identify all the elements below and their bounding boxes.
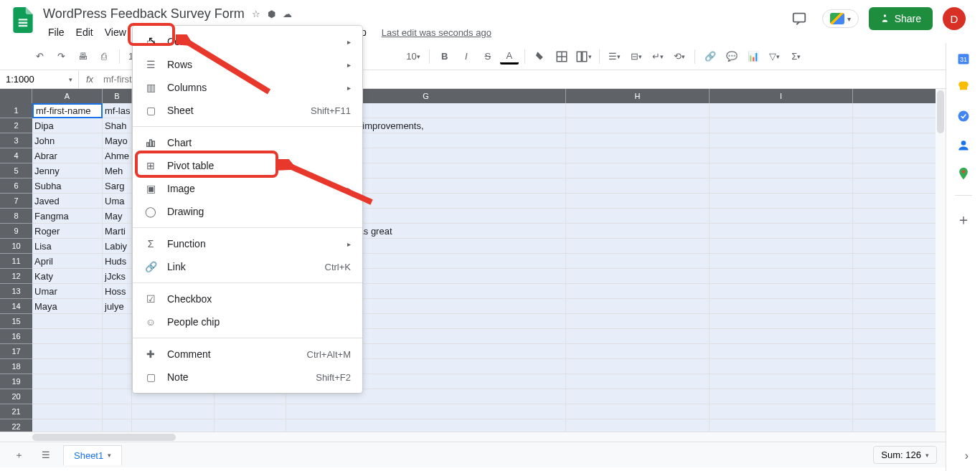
- undo-button[interactable]: ↶: [30, 47, 49, 66]
- keep-icon[interactable]: [956, 80, 971, 95]
- cell-r19-c1[interactable]: [103, 374, 132, 389]
- row-header-5[interactable]: 5: [0, 163, 32, 179]
- cell-r2-c0[interactable]: Dipa: [32, 118, 103, 133]
- cell-r10-c1[interactable]: Labiy: [103, 239, 132, 254]
- paint-format-button[interactable]: ⎙: [95, 47, 113, 66]
- menu-people-chip[interactable]: ☺People chip: [133, 310, 362, 333]
- font-size[interactable]: 10 ▾: [403, 47, 423, 66]
- row-header-3[interactable]: 3: [0, 133, 32, 148]
- row-header-15[interactable]: 15: [0, 314, 32, 329]
- row-header-21[interactable]: 21: [0, 404, 32, 419]
- cell-r4-c6[interactable]: [710, 148, 853, 163]
- cell-r9-c5[interactable]: [566, 224, 710, 239]
- cell-r19-c6[interactable]: [710, 374, 853, 389]
- cloud-icon[interactable]: ☁: [283, 9, 292, 19]
- move-icon[interactable]: ⬢: [268, 9, 275, 19]
- print-button[interactable]: 🖶: [73, 47, 92, 66]
- cell-r22-c1[interactable]: [103, 419, 132, 432]
- menu-file[interactable]: File: [43, 24, 70, 41]
- cell-r4-c5[interactable]: [566, 148, 710, 163]
- cell-r13-c0[interactable]: Umar: [32, 284, 103, 299]
- row-header-7[interactable]: 7: [0, 194, 32, 209]
- quicksum[interactable]: Sum: 126▾: [873, 446, 937, 464]
- horizontal-scrollbar[interactable]: [0, 432, 980, 442]
- name-box[interactable]: 1:1000▾: [0, 70, 79, 88]
- cell-r5-c5[interactable]: [566, 163, 710, 179]
- cell-r21-c1[interactable]: [103, 404, 132, 419]
- select-all-corner[interactable]: [0, 89, 32, 103]
- cell-r21-c3[interactable]: [215, 404, 286, 419]
- vertical-scrollbar[interactable]: [936, 89, 946, 432]
- cell-r20-c1[interactable]: [103, 389, 132, 404]
- cell-r5-c1[interactable]: Meh: [103, 163, 132, 179]
- calendar-icon[interactable]: 31: [956, 52, 971, 66]
- row-header-6[interactable]: 6: [0, 179, 32, 194]
- addons-icon[interactable]: ＋: [956, 210, 971, 224]
- all-sheets-button[interactable]: ☰: [36, 445, 56, 465]
- row-header-13[interactable]: 13: [0, 284, 32, 299]
- star-icon[interactable]: ☆: [252, 9, 260, 19]
- last-edit[interactable]: Last edit was seconds ago: [382, 27, 491, 38]
- maps-icon[interactable]: [956, 166, 971, 181]
- account-avatar[interactable]: D: [943, 7, 966, 30]
- menu-cells[interactable]: ▭Cells▸: [133, 30, 362, 53]
- cell-r21-c6[interactable]: [710, 404, 853, 419]
- col-header-I[interactable]: I: [710, 89, 853, 103]
- cell-r3-c0[interactable]: John: [32, 133, 103, 148]
- row-header-18[interactable]: 18: [0, 359, 32, 374]
- cell-r17-c1[interactable]: [103, 344, 132, 359]
- strike-button[interactable]: S: [479, 47, 497, 66]
- cell-r1-c6[interactable]: [710, 103, 853, 118]
- row-header-20[interactable]: 20: [0, 389, 32, 404]
- cell-r8-c5[interactable]: [566, 209, 710, 224]
- cell-r18-c1[interactable]: [103, 359, 132, 374]
- cell-r16-c6[interactable]: [710, 329, 853, 344]
- cell-r11-c1[interactable]: Huds: [103, 254, 132, 269]
- menu-rows[interactable]: ☰Rows▸: [133, 53, 362, 76]
- cell-r14-c5[interactable]: [566, 299, 710, 314]
- cell-r17-c5[interactable]: [566, 344, 710, 359]
- cell-r11-c5[interactable]: [566, 254, 710, 269]
- col-header-H[interactable]: H: [566, 89, 710, 103]
- halign-button[interactable]: ☰ ▾: [606, 47, 624, 66]
- cell-r16-c5[interactable]: [566, 329, 710, 344]
- comment-history-icon[interactable]: [786, 6, 812, 32]
- cell-r16-c1[interactable]: [103, 329, 132, 344]
- cell-r3-c5[interactable]: [566, 133, 710, 148]
- functions-button[interactable]: Σ ▾: [787, 47, 806, 66]
- menu-comment[interactable]: ✚CommentCtrl+Alt+M: [133, 343, 362, 366]
- cell-r19-c5[interactable]: [566, 374, 710, 389]
- cell-r7-c0[interactable]: Javed: [32, 194, 103, 209]
- meet-button[interactable]: ▾: [822, 9, 859, 28]
- cell-r6-c0[interactable]: Subha: [32, 179, 103, 194]
- cell-r14-c1[interactable]: julye: [103, 299, 132, 314]
- cell-r10-c5[interactable]: [566, 239, 710, 254]
- cell-r2-c6[interactable]: [710, 118, 853, 133]
- cell-r8-c0[interactable]: Fangma: [32, 209, 103, 224]
- cell-r21-c2[interactable]: [132, 404, 215, 419]
- cell-r19-c0[interactable]: [32, 374, 103, 389]
- menu-checkbox[interactable]: ☑Checkbox: [133, 287, 362, 310]
- row-header-22[interactable]: 22: [0, 419, 32, 432]
- cell-r6-c5[interactable]: [566, 179, 710, 194]
- cell-r18-c6[interactable]: [710, 359, 853, 374]
- row-header-19[interactable]: 19: [0, 374, 32, 389]
- row-header-8[interactable]: 8: [0, 209, 32, 224]
- cell-r10-c0[interactable]: Lisa: [32, 239, 103, 254]
- share-button[interactable]: Share: [869, 7, 933, 30]
- cell-r15-c5[interactable]: [566, 314, 710, 329]
- valign-button[interactable]: ⊟ ▾: [627, 47, 646, 66]
- row-header-9[interactable]: 9: [0, 224, 32, 239]
- cell-r13-c6[interactable]: [710, 284, 853, 299]
- cell-r22-c0[interactable]: [32, 419, 103, 432]
- menu-note[interactable]: ▢NoteShift+F2: [133, 366, 362, 389]
- cell-r11-c0[interactable]: April: [32, 254, 103, 269]
- cell-r7-c5[interactable]: [566, 194, 710, 209]
- filter-button[interactable]: ▽ ▾: [765, 47, 784, 66]
- cell-r22-c5[interactable]: [566, 419, 710, 432]
- cell-r15-c1[interactable]: [103, 314, 132, 329]
- cell-r6-c6[interactable]: [710, 179, 853, 194]
- row-header-10[interactable]: 10: [0, 239, 32, 254]
- cell-r1-c0[interactable]: mf-first-name: [32, 103, 103, 118]
- row-header-11[interactable]: 11: [0, 254, 32, 269]
